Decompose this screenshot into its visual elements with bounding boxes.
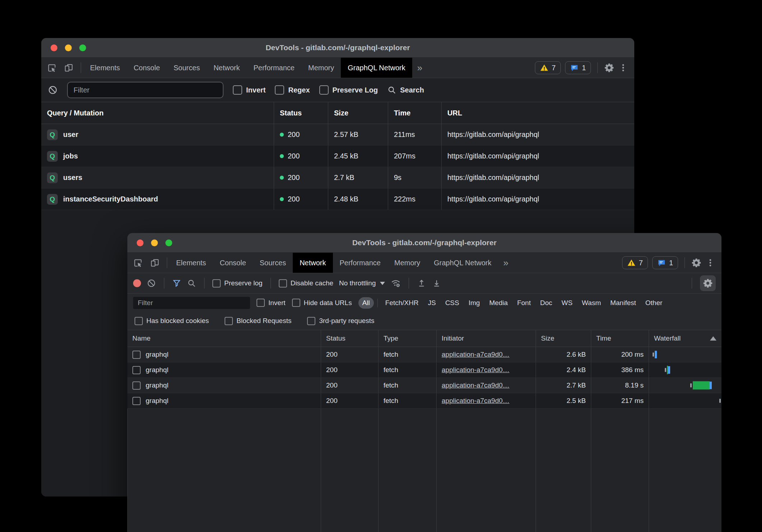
table-row[interactable]: graphql 200 fetch application-a7ca9d0… 2…	[127, 378, 721, 393]
gear-icon[interactable]	[691, 258, 701, 268]
tab-memory[interactable]: Memory	[301, 58, 341, 78]
has-blocked-cookies-checkbox[interactable]: Has blocked cookies	[135, 317, 209, 325]
zoom-window-button[interactable]	[79, 44, 86, 51]
block-icon[interactable]	[48, 85, 58, 95]
record-icon[interactable]	[133, 279, 141, 287]
chip-fetch-xhr[interactable]: Fetch/XHR	[381, 297, 423, 309]
tab-network[interactable]: Network	[293, 253, 333, 273]
column-header-waterfall[interactable]: Waterfall	[649, 330, 721, 347]
column-header-url[interactable]: URL	[441, 102, 634, 124]
tab-memory[interactable]: Memory	[387, 253, 427, 273]
disable-cache-checkbox[interactable]: Disable cache	[279, 279, 333, 288]
more-tabs-button[interactable]: »	[498, 253, 513, 273]
chip-doc[interactable]: Doc	[536, 297, 556, 309]
regex-checkbox[interactable]: Regex	[275, 85, 310, 95]
column-header-status[interactable]: Status	[321, 330, 378, 347]
tab-graphql-network[interactable]: GraphQL Network	[341, 58, 412, 78]
warnings-badge[interactable]: 7	[622, 256, 648, 269]
column-header-status[interactable]: Status	[274, 102, 328, 124]
tab-graphql-network[interactable]: GraphQL Network	[427, 253, 498, 273]
chip-css[interactable]: CSS	[441, 297, 463, 309]
messages-badge[interactable]: 1	[565, 61, 591, 74]
kebab-menu-icon[interactable]	[618, 63, 628, 72]
search-icon[interactable]	[187, 279, 196, 288]
initiator-link[interactable]: application-a7ca9d0…	[442, 366, 509, 374]
inspect-icon[interactable]	[133, 258, 143, 268]
invert-checkbox[interactable]: Invert	[257, 299, 286, 307]
more-tabs-button[interactable]: »	[412, 58, 427, 78]
tab-elements[interactable]: Elements	[169, 253, 213, 273]
table-row[interactable]: Qusers 200 2.7 kB 9s https://gitlab.com/…	[41, 167, 634, 189]
column-header-time[interactable]: Time	[388, 102, 441, 124]
column-header-size[interactable]: Size	[328, 102, 388, 124]
chip-js[interactable]: JS	[424, 297, 440, 309]
row-checkbox[interactable]	[132, 381, 141, 390]
device-toolbar-icon[interactable]	[150, 258, 160, 268]
tab-performance[interactable]: Performance	[247, 58, 302, 78]
clear-icon[interactable]	[147, 279, 156, 288]
gear-icon[interactable]	[604, 63, 614, 73]
minimize-window-button[interactable]	[65, 44, 72, 51]
tab-console[interactable]: Console	[127, 58, 166, 78]
tab-performance[interactable]: Performance	[333, 253, 388, 273]
device-toolbar-icon[interactable]	[64, 63, 74, 73]
invert-checkbox[interactable]: Invert	[233, 85, 265, 95]
column-header-type[interactable]: Type	[378, 330, 436, 347]
warnings-badge[interactable]: 7	[535, 61, 561, 74]
chip-font[interactable]: Font	[513, 297, 535, 309]
tab-console[interactable]: Console	[213, 253, 253, 273]
initiator-link[interactable]: application-a7ca9d0…	[442, 381, 509, 389]
chip-img[interactable]: Img	[465, 297, 484, 309]
inspect-icon[interactable]	[47, 63, 57, 73]
row-checkbox[interactable]	[132, 366, 141, 374]
zoom-window-button[interactable]	[165, 239, 172, 246]
chip-other[interactable]: Other	[641, 297, 667, 309]
chip-wasm[interactable]: Wasm	[578, 297, 605, 309]
search-toggle[interactable]: Search	[387, 85, 424, 95]
network-conditions-icon[interactable]	[391, 278, 401, 288]
query-name: jobs	[63, 152, 78, 160]
column-header-time[interactable]: Time	[591, 330, 649, 347]
preserve-log-checkbox[interactable]: Preserve Log	[319, 85, 378, 95]
column-header-size[interactable]: Size	[536, 330, 591, 347]
table-row[interactable]: graphql 200 fetch application-a7ca9d0… 2…	[127, 393, 721, 409]
title-bar[interactable]: DevTools - gitlab.com/-/graphql-explorer	[41, 38, 634, 58]
title-bar[interactable]: DevTools - gitlab.com/-/graphql-explorer	[127, 233, 721, 253]
import-har-icon[interactable]	[417, 279, 426, 288]
filter-funnel-icon[interactable]	[172, 279, 181, 288]
chip-manifest[interactable]: Manifest	[606, 297, 640, 309]
minimize-window-button[interactable]	[151, 239, 158, 246]
column-header-query-mutation[interactable]: Query / Mutation	[41, 102, 274, 124]
messages-badge[interactable]: 1	[652, 256, 678, 269]
table-row[interactable]: graphql 200 fetch application-a7ca9d0… 2…	[127, 362, 721, 378]
table-row[interactable]: Quser 200 2.57 kB 211ms https://gitlab.c…	[41, 124, 634, 146]
chip-ws[interactable]: WS	[558, 297, 577, 309]
filter-input[interactable]: Filter	[133, 297, 250, 309]
network-settings-gear-icon[interactable]	[700, 275, 716, 291]
tab-sources[interactable]: Sources	[253, 253, 293, 273]
row-checkbox[interactable]	[132, 351, 141, 359]
chip-media[interactable]: Media	[485, 297, 512, 309]
preserve-log-checkbox[interactable]: Preserve log	[212, 279, 263, 288]
filter-input[interactable]: Filter	[67, 82, 224, 98]
table-row[interactable]: graphql 200 fetch application-a7ca9d0… 2…	[127, 347, 721, 362]
initiator-link[interactable]: application-a7ca9d0…	[442, 351, 509, 358]
row-checkbox[interactable]	[132, 397, 141, 405]
column-header-initiator[interactable]: Initiator	[436, 330, 536, 347]
throttling-dropdown[interactable]: No throttling	[339, 279, 385, 287]
tab-elements[interactable]: Elements	[83, 58, 127, 78]
kebab-menu-icon[interactable]	[706, 258, 715, 267]
blocked-requests-checkbox[interactable]: Blocked Requests	[225, 317, 291, 325]
third-party-requests-checkbox[interactable]: 3rd-party requests	[307, 317, 374, 325]
export-har-icon[interactable]	[432, 279, 441, 288]
tab-sources[interactable]: Sources	[167, 58, 207, 78]
table-row[interactable]: Qjobs 200 2.45 kB 207ms https://gitlab.c…	[41, 146, 634, 167]
table-row[interactable]: QinstanceSecurityDashboard 200 2.48 kB 2…	[41, 189, 634, 210]
initiator-link[interactable]: application-a7ca9d0…	[442, 397, 509, 405]
close-window-button[interactable]	[137, 239, 144, 246]
close-window-button[interactable]	[51, 44, 57, 51]
column-header-name[interactable]: Name	[127, 330, 321, 347]
chip-all[interactable]: All	[358, 297, 374, 309]
tab-network[interactable]: Network	[207, 58, 246, 78]
hide-data-urls-checkbox[interactable]: Hide data URLs	[292, 299, 352, 307]
